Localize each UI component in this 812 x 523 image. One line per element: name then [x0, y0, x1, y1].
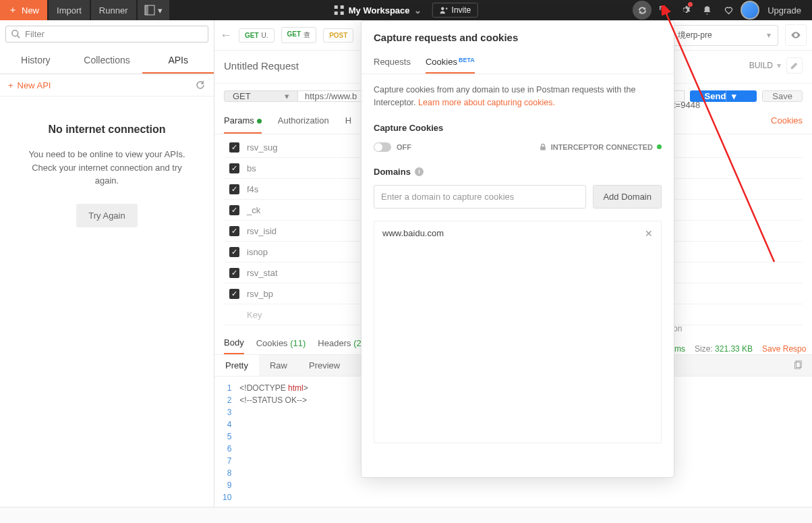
url-tail-fragment: t=9448: [673, 100, 703, 110]
capture-popover: Capture requests and cookies Requests Co…: [361, 20, 674, 478]
notifications-icon[interactable]: [697, 1, 716, 20]
domain-list-item[interactable]: www.baidu.com ✕: [374, 221, 661, 246]
cookies-link[interactable]: Cookies: [771, 109, 803, 134]
invite-button[interactable]: Invite: [432, 3, 479, 18]
response-meta-bar: ms Size: 321.33 KB Save Respo: [674, 344, 806, 354]
build-toggle[interactable]: BUILD▾: [749, 61, 781, 70]
interceptor-status: INTERCEPTOR CONNECTED: [539, 143, 662, 151]
empty-body: You need to be online to view your APIs.…: [20, 148, 194, 188]
empty-title: No internet connection: [20, 123, 194, 136]
svg-rect-1: [145, 5, 148, 15]
domain-input[interactable]: Enter a domain to capture cookies: [374, 185, 586, 209]
tab-collections[interactable]: Collections: [71, 48, 143, 74]
learn-more-link[interactable]: Learn more about capturing cookies.: [418, 98, 555, 107]
runner-button[interactable]: Runner: [91, 0, 136, 20]
request-title[interactable]: Untitled Request: [224, 60, 299, 72]
request-tab-1[interactable]: GETU.: [239, 28, 274, 43]
tab-auth[interactable]: Authorization: [278, 109, 329, 134]
tab-headers[interactable]: H: [345, 109, 351, 134]
domain-list: www.baidu.com ✕: [374, 221, 662, 443]
filter-input[interactable]: Filter: [5, 26, 208, 43]
popover-tab-cookies[interactable]: CookiesBETA: [426, 51, 475, 74]
new-api-button[interactable]: +New API: [8, 80, 51, 90]
status-bar: [0, 507, 812, 523]
tab-history[interactable]: History: [0, 48, 71, 74]
svg-rect-3: [341, 5, 344, 9]
layout-toggle[interactable]: ▾: [138, 0, 169, 20]
svg-rect-5: [341, 11, 344, 15]
app-topbar: ＋New Import Runner ▾ My Workspace⌄ Invit…: [0, 0, 812, 20]
resp-tab-cookies[interactable]: Cookies (11): [256, 333, 306, 354]
environment-selector[interactable]: 境erp-pre▾: [670, 25, 778, 46]
svg-point-7: [12, 30, 18, 36]
resp-desc-fragment: on: [673, 324, 682, 333]
upgrade-button[interactable]: Upgrade: [762, 5, 807, 16]
popover-title: Capture requests and cookies: [361, 21, 674, 43]
method-selector[interactable]: GET▾: [224, 90, 298, 102]
request-tab-3[interactable]: POST: [323, 28, 353, 43]
copy-response-icon[interactable]: [784, 355, 812, 376]
tab-apis[interactable]: APIs: [142, 48, 214, 74]
svg-rect-4: [335, 11, 338, 15]
env-preview-icon[interactable]: [785, 24, 807, 46]
sidebar: Filter History Collections APIs +New API…: [0, 20, 214, 507]
add-domain-button[interactable]: Add Domain: [593, 185, 662, 209]
try-again-button[interactable]: Try Again: [76, 204, 137, 227]
capture-icon[interactable]: [654, 1, 673, 20]
settings-icon[interactable]: [676, 1, 695, 20]
popover-desc: Capture cookies from any domain to use i…: [374, 84, 662, 109]
edit-comment-icon[interactable]: [786, 57, 803, 74]
tabs-back-icon[interactable]: ←: [220, 28, 232, 43]
user-avatar[interactable]: [741, 1, 759, 20]
tab-params[interactable]: Params: [224, 109, 262, 134]
view-raw[interactable]: Raw: [259, 355, 298, 376]
capture-toggle[interactable]: OFF: [374, 142, 411, 152]
new-button[interactable]: ＋New: [0, 0, 47, 20]
capture-cookies-heading: Capture Cookies: [374, 123, 662, 133]
domains-heading: Domainsi: [374, 167, 662, 177]
svg-point-6: [441, 7, 444, 11]
popover-tab-requests[interactable]: Requests: [374, 51, 411, 74]
sync-icon[interactable]: [633, 1, 651, 20]
workspace-selector[interactable]: My Workspace⌄: [334, 5, 422, 16]
view-pretty[interactable]: Pretty: [214, 355, 259, 376]
save-response-link[interactable]: Save Respo: [762, 344, 806, 354]
refresh-icon[interactable]: [195, 80, 206, 90]
view-preview[interactable]: Preview: [298, 355, 351, 376]
request-tab-2[interactable]: GET查: [281, 27, 317, 43]
save-button[interactable]: Save: [762, 90, 803, 102]
svg-rect-2: [335, 5, 338, 9]
resp-tab-body[interactable]: Body: [224, 332, 244, 354]
import-button[interactable]: Import: [49, 0, 90, 20]
info-icon[interactable]: i: [415, 167, 424, 176]
favorite-icon[interactable]: [719, 1, 738, 20]
remove-domain-icon[interactable]: ✕: [645, 228, 653, 239]
